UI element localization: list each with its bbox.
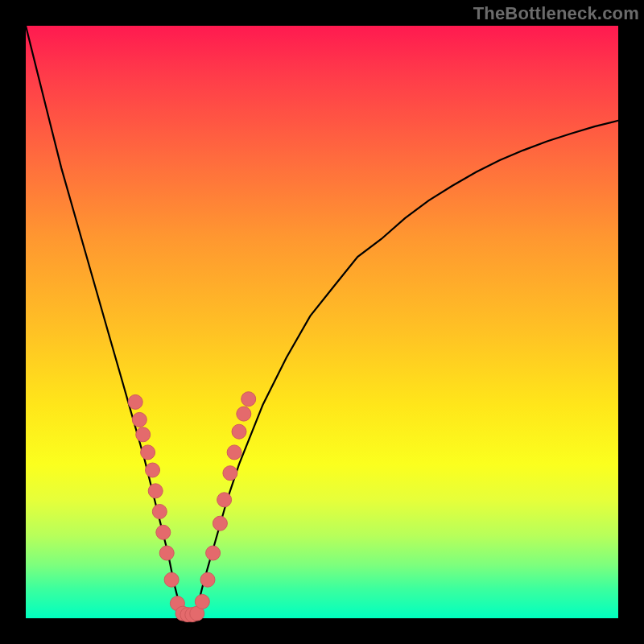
watermark-text: TheBottleneck.com [473,3,639,24]
marker-dot [232,424,246,439]
marker-dot [195,594,209,609]
marker-dot [128,394,142,409]
chart-svg [26,26,618,618]
marker-dot [136,427,151,442]
marker-dot [223,466,237,481]
marker-dot [200,572,215,587]
marker-dot [206,546,221,560]
marker-dot [152,505,167,519]
marker-dot [141,445,155,460]
plot-area [26,26,618,618]
marker-dot [132,412,147,427]
marker-dot [217,493,232,507]
marker-dot [146,463,160,477]
marker-dots [128,392,256,622]
marker-dot [159,546,174,560]
marker-dot [156,525,171,539]
marker-dot [164,572,179,587]
bottleneck-curve [26,26,618,618]
marker-dot [227,445,242,460]
chart-frame: TheBottleneck.com [0,0,644,644]
marker-dot [242,392,256,407]
marker-dot [148,484,163,498]
marker-dot [213,516,227,530]
marker-dot [237,407,251,421]
